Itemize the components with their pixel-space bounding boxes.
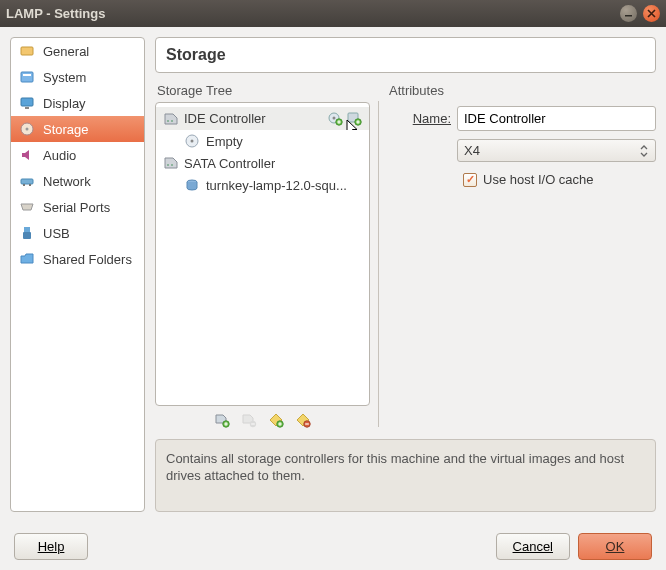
sidebar-item-display[interactable]: Display [11,90,144,116]
sidebar-item-serial-ports[interactable]: Serial Ports [11,194,144,220]
panel-divider [378,101,379,427]
add-cd-dvd-button[interactable] [327,110,344,127]
system-icon [19,69,35,85]
dialog-button-bar: Help Cancel OK [0,522,666,570]
remove-attachment-button[interactable] [295,412,312,429]
sidebar-item-label: USB [43,226,70,241]
tree-item-label: IDE Controller [184,111,266,126]
titlebar: LAMP - Settings [0,0,666,27]
sidebar-item-audio[interactable]: Audio [11,142,144,168]
sidebar-item-label: Display [43,96,86,111]
svg-point-22 [167,164,169,166]
tree-item-disk[interactable]: turnkey-lamp-12.0-squ... [156,174,369,196]
controller-name-input[interactable] [457,106,656,131]
spinner-icon [639,145,649,157]
sidebar-item-system[interactable]: System [11,64,144,90]
svg-rect-8 [21,179,33,184]
add-hard-disk-button[interactable] [346,110,363,127]
svg-point-21 [191,140,194,143]
svg-point-13 [167,120,169,122]
sidebar-item-label: System [43,70,86,85]
network-icon [19,173,35,189]
disc-icon [184,133,200,149]
page-heading-box: Storage [155,37,656,73]
sidebar-item-label: Audio [43,148,76,163]
svg-point-7 [26,128,29,131]
sidebar-item-shared-folders[interactable]: Shared Folders [11,246,144,272]
sidebar-item-label: Network [43,174,91,189]
sidebar-item-general[interactable]: General [11,38,144,64]
storage-tree: IDE Controller Add CD/DVD Device [155,102,370,406]
svg-point-16 [333,117,336,120]
svg-rect-12 [23,232,31,239]
add-controller-button[interactable] [214,412,231,429]
storage-tree-label: Storage Tree [155,81,370,102]
hard-disk-icon [184,177,200,193]
serial-ports-icon [19,199,35,215]
svg-rect-5 [25,107,29,109]
window-minimize-button[interactable] [620,5,637,22]
host-io-cache-label: Use host I/O cache [483,172,594,187]
settings-sidebar: General System Display Storage Audio Net… [10,37,145,512]
audio-icon [19,147,35,163]
svg-rect-11 [24,227,30,232]
usb-icon [19,225,35,241]
shared-folders-icon [19,251,35,267]
attributes-label: Attributes [387,81,656,102]
svg-point-14 [171,120,173,122]
controller-type-select[interactable]: X4 [457,139,656,162]
name-label: Name: [387,111,451,126]
tree-item-label: Empty [206,134,243,149]
svg-rect-0 [625,15,632,17]
help-button[interactable]: Help [14,533,88,560]
sidebar-item-label: Serial Ports [43,200,110,215]
svg-rect-1 [21,47,33,55]
hint-box: Contains all storage controllers for thi… [155,439,656,512]
sidebar-item-storage[interactable]: Storage [11,116,144,142]
tree-item-label: SATA Controller [184,156,275,171]
window-title: LAMP - Settings [6,6,105,21]
type-value: X4 [464,143,480,158]
general-icon [19,43,35,59]
svg-rect-10 [29,184,31,186]
ok-button[interactable]: OK [578,533,652,560]
svg-point-23 [171,164,173,166]
sidebar-item-usb[interactable]: USB [11,220,144,246]
window-close-button[interactable] [643,5,660,22]
svg-rect-3 [23,74,31,76]
storage-icon [19,121,35,137]
cancel-button[interactable]: Cancel [496,533,570,560]
tree-item-sata-controller[interactable]: SATA Controller [156,152,369,174]
host-io-cache-checkbox[interactable]: ✓ [463,173,477,187]
sidebar-item-network[interactable]: Network [11,168,144,194]
svg-rect-2 [21,72,33,82]
svg-rect-9 [23,184,25,186]
tree-item-ide-controller[interactable]: IDE Controller Add CD/DVD Device [156,107,369,130]
controller-icon [162,155,178,171]
storage-tree-toolbar [155,406,370,431]
sidebar-item-label: Storage [43,122,89,137]
display-icon [19,95,35,111]
tree-item-label: turnkey-lamp-12.0-squ... [206,178,347,193]
add-attachment-button[interactable] [268,412,285,429]
svg-rect-4 [21,98,33,106]
sidebar-item-label: Shared Folders [43,252,132,267]
tree-item-empty-disc[interactable]: Empty [156,130,369,152]
sidebar-item-label: General [43,44,89,59]
controller-icon [162,111,178,127]
page-title: Storage [166,46,645,64]
hint-text: Contains all storage controllers for thi… [166,451,624,484]
remove-controller-button[interactable] [241,412,258,429]
